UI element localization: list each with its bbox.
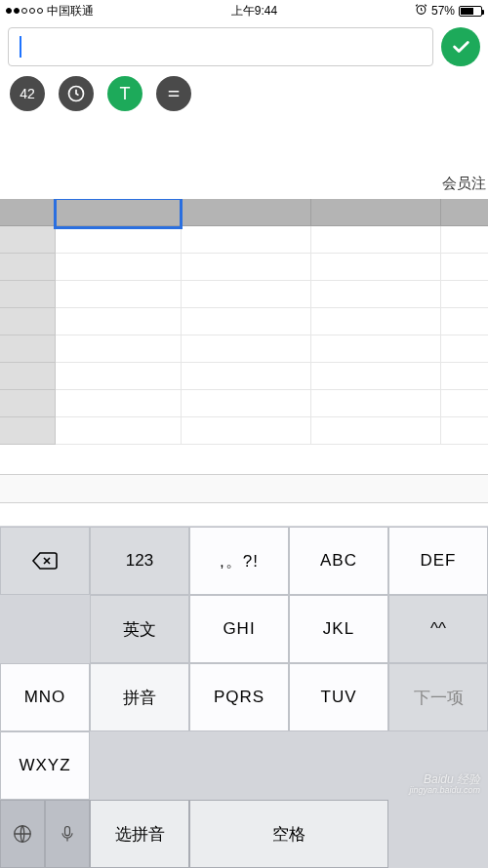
cell[interactable]: [441, 281, 488, 308]
formula-input-row: [0, 21, 488, 76]
row-header[interactable]: [0, 254, 56, 281]
cell[interactable]: [182, 308, 311, 335]
key-caret[interactable]: ^^: [388, 595, 488, 663]
cell[interactable]: [56, 281, 182, 308]
cell[interactable]: [56, 417, 182, 445]
keyboard: 123 ,。?! ABC DEF 英文 GHI JKL MNO 拼音 PQRS …: [0, 526, 488, 868]
row-header[interactable]: [0, 308, 56, 335]
key-123[interactable]: 123: [90, 527, 189, 595]
key-def[interactable]: DEF: [388, 527, 488, 595]
key-wxyz[interactable]: WXYZ: [0, 731, 90, 800]
cell[interactable]: [311, 363, 441, 390]
cell[interactable]: [56, 308, 182, 335]
col-header[interactable]: [441, 199, 488, 226]
key-ghi[interactable]: GHI: [189, 595, 289, 663]
svg-rect-7: [65, 827, 70, 836]
col-header[interactable]: [182, 199, 311, 226]
key-abc[interactable]: ABC: [289, 527, 388, 595]
carrier-label: 中国联通: [47, 3, 94, 20]
space-key[interactable]: 空格: [189, 800, 388, 868]
cell[interactable]: [182, 417, 311, 445]
cell[interactable]: [56, 363, 182, 390]
globe-key[interactable]: [0, 800, 45, 868]
key-english[interactable]: 英文: [90, 595, 189, 663]
cell[interactable]: [441, 363, 488, 390]
cell[interactable]: [441, 417, 488, 445]
signal-strength-icon: [6, 8, 43, 14]
cell[interactable]: [311, 226, 441, 254]
cell[interactable]: [311, 254, 441, 281]
divider: [0, 502, 488, 503]
row-header[interactable]: [0, 363, 56, 390]
cell[interactable]: [311, 281, 441, 308]
sheet-title: 会员注: [442, 175, 486, 193]
key-pinyin[interactable]: 拼音: [90, 663, 189, 731]
confirm-button[interactable]: [441, 27, 480, 66]
alarm-icon: [415, 3, 427, 19]
next-key[interactable]: 下一项: [388, 663, 488, 731]
time-type-button[interactable]: [59, 76, 94, 111]
sheet-footer: [0, 475, 488, 502]
col-header[interactable]: [56, 199, 182, 226]
key-mno[interactable]: MNO: [0, 663, 90, 731]
cell[interactable]: [182, 281, 311, 308]
key-pqrs[interactable]: PQRS: [189, 663, 289, 731]
text-type-button[interactable]: T: [107, 76, 142, 111]
cell[interactable]: [182, 335, 311, 363]
row-header[interactable]: [0, 417, 56, 445]
battery-icon: [459, 6, 482, 17]
cell[interactable]: [182, 390, 311, 417]
spreadsheet-grid[interactable]: [0, 199, 488, 445]
cell-input[interactable]: [8, 27, 433, 66]
battery-percent: 57%: [431, 4, 455, 18]
mic-key[interactable]: [45, 800, 90, 868]
cell[interactable]: [441, 335, 488, 363]
row-header[interactable]: [0, 335, 56, 363]
spreadsheet-area: 会员注: [0, 119, 488, 503]
cell[interactable]: [56, 390, 182, 417]
status-right: 57%: [415, 3, 482, 19]
cell[interactable]: [441, 226, 488, 254]
cell[interactable]: [311, 335, 441, 363]
cell[interactable]: [311, 417, 441, 445]
sheet-gap: [0, 445, 488, 474]
cell[interactable]: [311, 308, 441, 335]
cell[interactable]: [182, 363, 311, 390]
cell[interactable]: [441, 308, 488, 335]
cell[interactable]: [56, 335, 182, 363]
key-tuv[interactable]: TUV: [289, 663, 388, 731]
select-pinyin-key[interactable]: 选拼音: [90, 800, 189, 868]
row-header[interactable]: [0, 226, 56, 254]
number-type-button[interactable]: 42: [10, 76, 45, 111]
text-caret: [20, 36, 21, 58]
type-toolbar: 42 T: [0, 76, 488, 119]
cell[interactable]: [311, 390, 441, 417]
cell[interactable]: [441, 390, 488, 417]
formula-type-button[interactable]: [156, 76, 191, 111]
cell[interactable]: [56, 226, 182, 254]
status-bar: 中国联通 上午9:44 57%: [0, 0, 488, 21]
row-header[interactable]: [0, 281, 56, 308]
key-punct[interactable]: ,。?!: [189, 527, 289, 595]
key-jkl[interactable]: JKL: [289, 595, 388, 663]
backspace-key[interactable]: [0, 527, 90, 595]
cell[interactable]: [182, 254, 311, 281]
col-header[interactable]: [311, 199, 441, 226]
cell[interactable]: [182, 226, 311, 254]
row-header[interactable]: [0, 390, 56, 417]
cell[interactable]: [441, 254, 488, 281]
sheet-title-row: 会员注: [0, 119, 488, 199]
clock-time: 上午9:44: [231, 3, 277, 20]
grid-corner[interactable]: [0, 199, 56, 226]
cell[interactable]: [56, 254, 182, 281]
status-left: 中国联通: [6, 3, 94, 20]
